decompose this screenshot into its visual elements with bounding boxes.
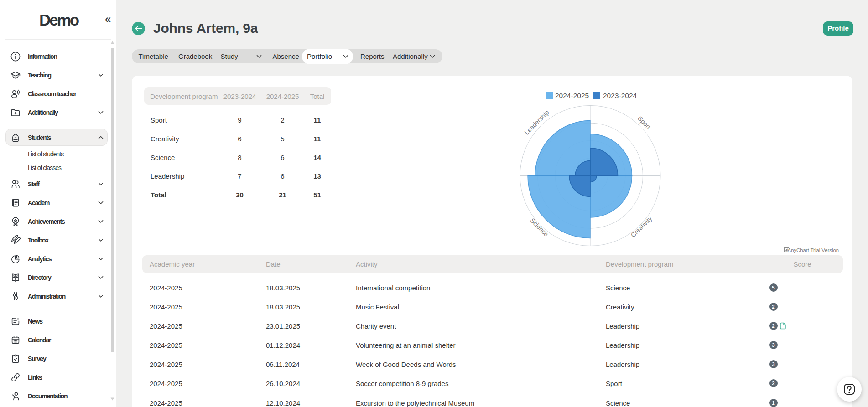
svg-text:2024-2025: 2024-2025 bbox=[555, 92, 589, 99]
svg-text:AnyChart Trial Version: AnyChart Trial Version bbox=[788, 247, 839, 253]
svg-text:Sport: Sport bbox=[636, 114, 652, 130]
svg-text:2023-2024: 2023-2024 bbox=[603, 92, 637, 99]
svg-text:Creativity: Creativity bbox=[629, 215, 654, 239]
svg-text:Leadership: Leadership bbox=[523, 108, 550, 136]
